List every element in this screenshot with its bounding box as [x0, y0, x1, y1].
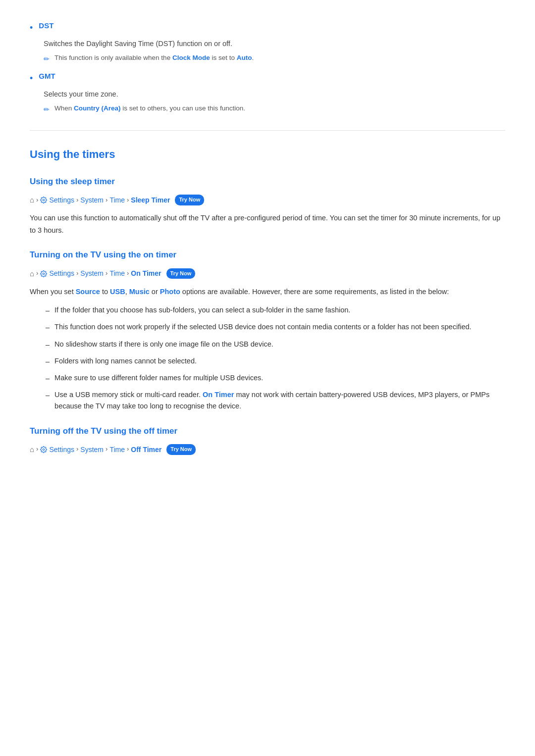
dash-item-5: – Make sure to use different folder name… — [46, 372, 505, 384]
breadcrumb-settings-icon-on — [40, 268, 47, 279]
breadcrumb-active-on: On Timer — [131, 268, 161, 279]
breadcrumb-active-off: Off Timer — [131, 444, 161, 455]
on-timer-body-suffix: options are available. However, there ar… — [180, 288, 449, 296]
sleep-timer-heading: Using the sleep timer — [30, 175, 505, 188]
breadcrumb-time-sleep: Time — [109, 195, 125, 205]
bullet-dot-gmt: • — [30, 71, 33, 86]
dash-item-3: – No slideshow starts if there is only o… — [46, 339, 505, 351]
usb-link: USB — [110, 288, 125, 296]
breadcrumb-chevron-3-sleep: › — [106, 195, 107, 205]
gmt-note-mid: is set to others, you can use this funct… — [121, 104, 245, 112]
breadcrumb-settings-on: Settings — [49, 268, 74, 279]
try-now-badge-off[interactable]: Try Now — [166, 444, 196, 455]
sleep-timer-body: You can use this function to automatical… — [30, 212, 505, 236]
section-divider — [30, 130, 505, 131]
breadcrumb-active-sleep: Sleep Timer — [131, 195, 170, 205]
svg-point-0 — [43, 199, 45, 201]
dash-text-6: Use a USB memory stick or multi-card rea… — [54, 389, 505, 412]
breadcrumb-chevron-4-off: › — [127, 444, 129, 454]
clock-mode-link: Clock Mode — [172, 54, 210, 61]
svg-point-2 — [43, 449, 45, 451]
music-link: Music — [129, 288, 150, 296]
on-timer-body: When you set Source to USB, Music or Pho… — [30, 286, 505, 298]
dst-note-prefix: This function is only available when the — [54, 54, 172, 61]
dash-item-6: – Use a USB memory stick or multi-card r… — [46, 389, 505, 412]
dst-title: DST — [39, 20, 54, 32]
breadcrumb-chevron-2-on: › — [76, 268, 78, 279]
gmt-note: ✏ When Country (Area) is set to others, … — [44, 103, 505, 115]
dash-symbol-1: – — [46, 305, 50, 316]
try-now-badge-sleep[interactable]: Try Now — [175, 195, 204, 205]
on-timer-body-prefix: When you set — [30, 288, 76, 296]
breadcrumb-settings-icon-sleep — [40, 195, 47, 205]
off-timer-heading: Turning off the TV using the off timer — [30, 424, 505, 438]
dash-symbol-2: – — [46, 322, 50, 333]
off-timer-breadcrumb: ⌂ › Settings › System › Time › Off Timer… — [30, 444, 505, 455]
on-timer-inline-link: On Timer — [203, 391, 234, 399]
breadcrumb-settings-icon-off — [40, 444, 47, 455]
dash-text-3: No slideshow starts if there is only one… — [54, 339, 273, 350]
dash-item-1: – If the folder that you choose has sub-… — [46, 304, 505, 316]
breadcrumb-chevron-4-sleep: › — [127, 195, 129, 205]
dst-note-text: This function is only available when the… — [54, 52, 254, 63]
gmt-note-text: When Country (Area) is set to others, yo… — [54, 103, 245, 114]
dash-symbol-6: – — [46, 390, 50, 401]
breadcrumb-system-off: System — [80, 444, 104, 455]
dash-item-2: – This function does not work properly i… — [46, 321, 505, 333]
on-timer-breadcrumb: ⌂ › Settings › System › Time › On Timer … — [30, 268, 505, 280]
breadcrumb-home-sleep: ⌂ — [30, 194, 34, 206]
dash-text-2: This function does not work properly if … — [54, 321, 472, 333]
svg-point-1 — [43, 273, 45, 275]
breadcrumb-system-sleep: System — [80, 195, 104, 205]
dst-description: Switches the Daylight Saving Time (DST) … — [44, 38, 505, 50]
dash-text-4: Folders with long names cannot be select… — [54, 355, 197, 367]
dash-symbol-5: – — [46, 373, 50, 384]
breadcrumb-system-on: System — [80, 268, 104, 279]
try-now-badge-on[interactable]: Try Now — [166, 268, 196, 279]
dash-symbol-4: – — [46, 356, 50, 367]
main-section-heading: Using the timers — [30, 146, 505, 163]
pencil-icon-gmt: ✏ — [44, 104, 50, 115]
bullet-dot-dst: • — [30, 21, 33, 35]
dst-note-mid: is set to — [210, 54, 237, 61]
on-timer-body-mid1: to — [100, 288, 110, 296]
breadcrumb-chevron-2-sleep: › — [76, 195, 78, 205]
pencil-icon-dst: ✏ — [44, 53, 50, 64]
dash-text-5: Make sure to use different folder names … — [54, 372, 263, 384]
on-timer-dash-list: – If the folder that you choose has sub-… — [46, 304, 505, 412]
breadcrumb-time-on: Time — [109, 268, 125, 279]
breadcrumb-chevron-2-off: › — [76, 444, 78, 454]
breadcrumb-home-off: ⌂ — [30, 444, 34, 455]
breadcrumb-settings-off: Settings — [49, 444, 74, 455]
auto-link: Auto — [237, 54, 252, 61]
sleep-timer-breadcrumb: ⌂ › Settings › System › Time › Sleep Tim… — [30, 194, 505, 206]
dst-note: ✏ This function is only available when t… — [44, 52, 505, 64]
gmt-section: • GMT Selects your time zone. ✏ When Cou… — [30, 70, 505, 115]
on-timer-heading: Turning on the TV using the on timer — [30, 248, 505, 261]
breadcrumb-chevron-1-sleep: › — [36, 195, 38, 205]
breadcrumb-chevron-3-off: › — [106, 444, 107, 454]
dst-bullet-item: • DST — [30, 20, 505, 35]
dash-text-6-before: Use a USB memory stick or multi-card rea… — [54, 391, 203, 399]
on-timer-body-mid2: , — [125, 288, 129, 296]
dash-item-4: – Folders with long names cannot be sele… — [46, 355, 505, 367]
breadcrumb-settings-sleep: Settings — [49, 195, 74, 205]
breadcrumb-chevron-1-off: › — [36, 444, 38, 454]
gmt-description: Selects your time zone. — [44, 89, 505, 100]
gmt-bullet-item: • GMT — [30, 70, 505, 86]
breadcrumb-time-off: Time — [109, 444, 125, 455]
country-area-link: Country (Area) — [74, 104, 121, 112]
on-timer-body-mid3: or — [150, 288, 160, 296]
breadcrumb-home-on: ⌂ — [30, 268, 34, 280]
breadcrumb-chevron-1-on: › — [36, 268, 38, 279]
gmt-note-prefix: When — [54, 104, 74, 112]
dst-note-end: . — [252, 54, 254, 61]
source-link: Source — [76, 288, 100, 296]
photo-link: Photo — [160, 288, 180, 296]
gmt-title: GMT — [39, 70, 55, 82]
dst-section: • DST Switches the Daylight Saving Time … — [30, 20, 505, 64]
dash-text-1: If the folder that you choose has sub-fo… — [54, 304, 350, 316]
breadcrumb-chevron-4-on: › — [127, 268, 129, 279]
dash-symbol-3: – — [46, 339, 50, 351]
breadcrumb-chevron-3-on: › — [106, 268, 107, 279]
